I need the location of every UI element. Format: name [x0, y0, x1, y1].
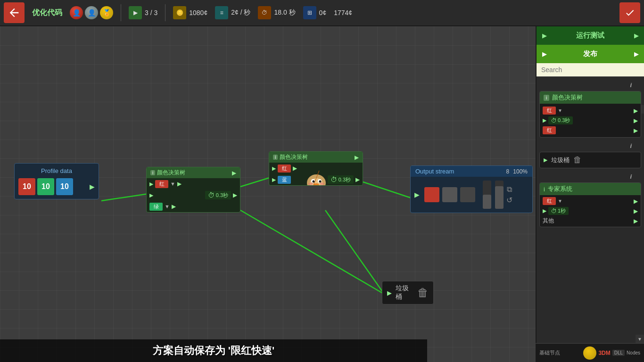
pub-right-arrow: ▶	[634, 51, 638, 58]
cn-tag-green: 绿	[149, 203, 163, 211]
cn-output-arrow: ▶	[177, 181, 182, 187]
svg-point-15	[308, 182, 313, 185]
panel-speed-val: ⏱ 0.3秒	[548, 116, 573, 124]
separator-2	[165, 4, 165, 21]
profile-node-title: Profile data	[18, 167, 95, 174]
panel-cdn-header: i 颜色决策树	[540, 91, 641, 104]
play-tri-2: ▶	[149, 192, 153, 198]
panel-expert-badge: i	[544, 186, 545, 193]
trash-node-canvas[interactable]: ▶ 垃圾桶 🗑	[382, 281, 434, 304]
output-stats: 8 100%	[506, 168, 528, 175]
coins-icon: 🪙	[173, 6, 186, 19]
profile-output-arrow: ▶	[90, 183, 95, 190]
status-text: 方案自动保存为 '限红快速'	[153, 344, 275, 358]
info-spacer-3: i	[539, 173, 641, 181]
output-play: ▶	[414, 191, 420, 198]
panel-row-speed: ▶ ⏱ 0.3秒 ▶	[540, 115, 641, 125]
search-input[interactable]	[541, 66, 639, 74]
expert-dropdown[interactable]: ▼	[558, 198, 562, 204]
panel-scroll[interactable]: i i 颜色决策树 红 ▼ ▶ ▶ ⏱ 0.3秒 ▶	[537, 77, 644, 362]
toolbar-right	[619, 2, 640, 23]
expert-tag-red: 红	[543, 197, 556, 205]
output-stream-node[interactable]: Output stream 8 100% ▶ ⧉ ↺	[410, 165, 533, 213]
panel-color-decision-card[interactable]: i 颜色决策树 红 ▼ ▶ ▶ ⏱ 0.3秒 ▶ 红 ▶	[539, 91, 641, 138]
expert-speed-val: ⏱ 1秒	[548, 207, 569, 215]
medal-gray: 👤	[85, 6, 98, 19]
search-box[interactable]	[537, 63, 644, 77]
svg-line-1	[240, 177, 271, 187]
page-title: 优化代码	[32, 8, 62, 18]
svg-line-0	[101, 194, 149, 201]
data-box-red: 10	[18, 178, 35, 195]
output-sq-red	[424, 187, 439, 202]
profile-data-node[interactable]: Profile data 10 10 10 ▶	[14, 163, 99, 199]
status-bar: 方案自动保存为 '限红快速'	[0, 339, 427, 362]
panel-expert-card[interactable]: i 专家系统 红 ▼ ▶ ▶ ⏱ 1秒 ▶ 其他 ▶	[539, 182, 641, 227]
output-icons: ⧉ ↺	[506, 185, 512, 205]
stat-tasks: ▶ 3 / 3	[129, 6, 157, 19]
output-sq-gray2	[460, 187, 475, 202]
svg-line-4	[240, 210, 384, 294]
right-panel: ▶ 运行测试 ▶ ▶ 发布 ▶ ▲ i i 颜色决策树 红 ▼ ▶	[536, 26, 644, 362]
trash-label-panel: 垃圾桶	[551, 156, 570, 165]
trash-icon-panel: 🗑	[573, 155, 582, 165]
cn-tag-blue: 蓝	[278, 176, 291, 184]
info-badge-right: i	[273, 155, 278, 160]
play-tri-expert: ▶	[543, 208, 546, 214]
panel-speed-arrow: ▶	[634, 117, 638, 124]
run-test-button[interactable]: ▶ 运行测试 ▶	[537, 26, 644, 45]
footer-logo-circle	[583, 346, 596, 360]
separator-1	[121, 4, 121, 21]
panel-tag-red: 红	[543, 107, 556, 115]
profile-data-row: 10 10 10 ▶	[18, 178, 95, 195]
footer-left-text: 基础节点	[539, 349, 560, 356]
panel-footer: 基础节点 3DM DLL Nodes	[536, 343, 644, 362]
stat-time: ⏱ 18.0 秒	[258, 6, 295, 19]
medal-red: 👤	[70, 6, 83, 19]
layers-icon: ⧉	[507, 185, 512, 194]
footer-3dm-text: 3DM	[598, 350, 610, 356]
info-badge-panel-3: i	[630, 173, 632, 180]
scroll-down-button[interactable]: ▼	[636, 335, 644, 343]
publish-button[interactable]: ▶ 发布 ▶	[537, 45, 644, 63]
info-badge-panel-1: i	[630, 82, 632, 89]
nodes-icon: ⊞	[303, 6, 316, 19]
expert-speed-arrow: ▶	[634, 208, 638, 214]
stat-rate: ≡ 2¢ / 秒	[215, 6, 250, 19]
tasks-icon: ▶	[129, 6, 142, 19]
panel-arrow-right2: ▶	[634, 127, 638, 134]
cn-row-green: 绿 ▼ ▶	[147, 201, 240, 212]
exit-button[interactable]	[619, 2, 640, 23]
panel-tag-red2: 红	[543, 126, 556, 134]
canvas-area[interactable]: Profile data 10 10 10 ▶ i 颜色决策树 ▶ ▶ 红 ▼ …	[0, 26, 536, 362]
panel-cdn-body: 红 ▼ ▶ ▶ ⏱ 0.3秒 ▶ 红 ▶	[540, 104, 641, 137]
svg-point-16	[320, 182, 324, 185]
pub-left-arrow: ▶	[542, 51, 546, 58]
cn-arrow-left: ▶	[232, 170, 236, 176]
svg-line-3	[325, 210, 384, 294]
duck-mascot	[297, 171, 335, 186]
expert-other-label: 其他	[543, 217, 554, 225]
panel-row-red: 红 ▼ ▶	[540, 106, 641, 115]
cn-dropdown[interactable]: ▼	[170, 181, 175, 187]
panel-dropdown[interactable]: ▼	[558, 108, 562, 113]
stat-total: 1774¢	[334, 9, 352, 16]
color-node-left-header: i 颜色决策树 ▶	[147, 167, 240, 178]
cn-out-blue: ▶	[355, 176, 360, 183]
cn-output-arrow-2: ▶	[172, 203, 176, 210]
stat-nodes-cost: ⊞ 0¢	[303, 6, 327, 19]
panel-trash-card[interactable]: ▶ 垃圾桶 🗑	[539, 152, 641, 168]
output-sliders	[481, 181, 504, 209]
color-decision-node-right[interactable]: i 颜色决策树 ▶ ▶ 红 ▶ ▶ 蓝 ⏱ 0.3秒 ▶	[269, 151, 363, 186]
trash-play-panel: ▶	[544, 157, 547, 163]
refresh-icon: ↺	[506, 196, 512, 205]
color-decision-node-left[interactable]: i 颜色决策树 ▶ ▶ 红 ▼ ▶ ▶ ⏱ 0.3秒 ▶ 绿 ▼ ▶	[146, 167, 240, 213]
cn-tag-red: 红	[155, 180, 168, 188]
cn-dropdown-2[interactable]: ▼	[165, 204, 170, 209]
data-box-blue: 10	[56, 178, 73, 195]
expert-other-arrow: ▶	[634, 218, 638, 224]
time-icon: ⏱	[258, 6, 271, 19]
back-button[interactable]	[4, 2, 25, 23]
info-badge-left: i	[150, 170, 155, 175]
svg-point-11	[313, 181, 315, 183]
